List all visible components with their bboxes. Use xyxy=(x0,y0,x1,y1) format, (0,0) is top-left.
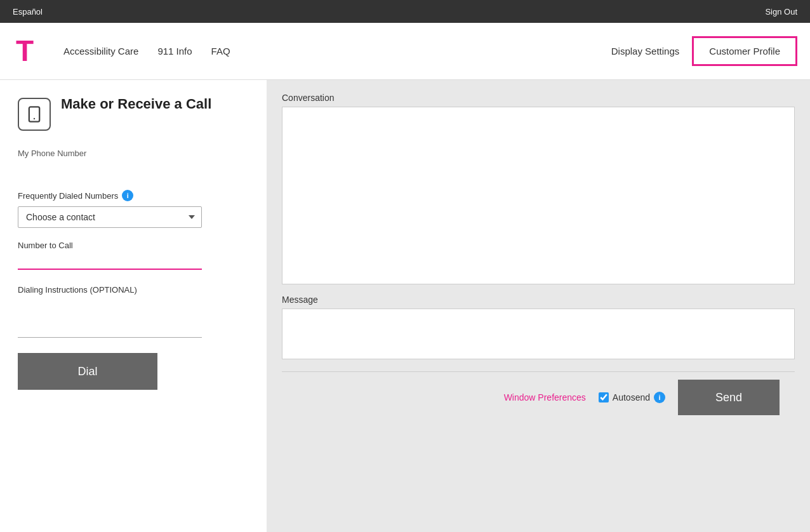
message-textarea[interactable] xyxy=(282,309,795,359)
phone-icon xyxy=(18,98,51,131)
send-button[interactable]: Send xyxy=(678,380,780,415)
nav-911-info[interactable]: 911 Info xyxy=(157,46,192,57)
window-preferences-link[interactable]: Window Preferences xyxy=(504,392,586,402)
frequently-dialed-info-icon[interactable]: i xyxy=(122,190,133,201)
svg-text:T: T xyxy=(16,36,34,67)
language-toggle[interactable]: Español xyxy=(13,7,43,17)
conversation-label: Conversation xyxy=(282,93,795,103)
nav-links: Accessibility Care 911 Info FAQ xyxy=(63,46,611,57)
conversation-section: Conversation xyxy=(282,93,795,284)
bottom-bar: Window Preferences Autosend i Send xyxy=(282,371,795,423)
number-to-call-input[interactable] xyxy=(18,253,202,270)
autosend-section: Autosend i xyxy=(599,392,665,403)
sign-out-link[interactable]: Sign Out xyxy=(765,7,797,17)
frequently-dialed-section-label: Frequently Dialed Numbers i xyxy=(18,190,249,201)
right-panel: Conversation Message Window Preferences … xyxy=(267,80,810,532)
message-section: Message xyxy=(282,295,795,361)
autosend-checkbox[interactable] xyxy=(599,392,609,402)
conversation-box xyxy=(282,107,795,284)
display-settings-link[interactable]: Display Settings xyxy=(611,46,680,57)
autosend-info-icon[interactable]: i xyxy=(654,392,665,403)
phone-number-display xyxy=(18,162,249,175)
page-title: Make or Receive a Call xyxy=(61,95,211,114)
dial-button[interactable]: Dial xyxy=(18,353,157,390)
svg-rect-2 xyxy=(29,107,39,121)
dialing-instructions-textarea[interactable] xyxy=(18,300,202,338)
top-bar: Español Sign Out xyxy=(0,0,810,23)
page-title-section: Make or Receive a Call xyxy=(18,95,249,131)
main-content: Make or Receive a Call My Phone Number F… xyxy=(0,80,810,532)
left-panel: Make or Receive a Call My Phone Number F… xyxy=(0,80,267,532)
number-to-call-label: Number to Call xyxy=(18,241,249,250)
autosend-label: Autosend xyxy=(613,392,650,402)
dialing-instructions-label: Dialing Instructions (OPTIONAL) xyxy=(18,285,249,295)
message-label: Message xyxy=(282,295,795,305)
tmobile-logo[interactable]: T xyxy=(13,36,44,67)
nav-faq[interactable]: FAQ xyxy=(211,46,230,57)
phone-number-label: My Phone Number xyxy=(18,149,249,158)
nav-right: Display Settings Customer Profile xyxy=(611,36,797,66)
customer-profile-button[interactable]: Customer Profile xyxy=(692,36,797,66)
contact-select[interactable]: Choose a contact xyxy=(18,206,202,228)
nav-accessibility-care[interactable]: Accessibility Care xyxy=(63,46,138,57)
nav-bar: T Accessibility Care 911 Info FAQ Displa… xyxy=(0,23,810,80)
